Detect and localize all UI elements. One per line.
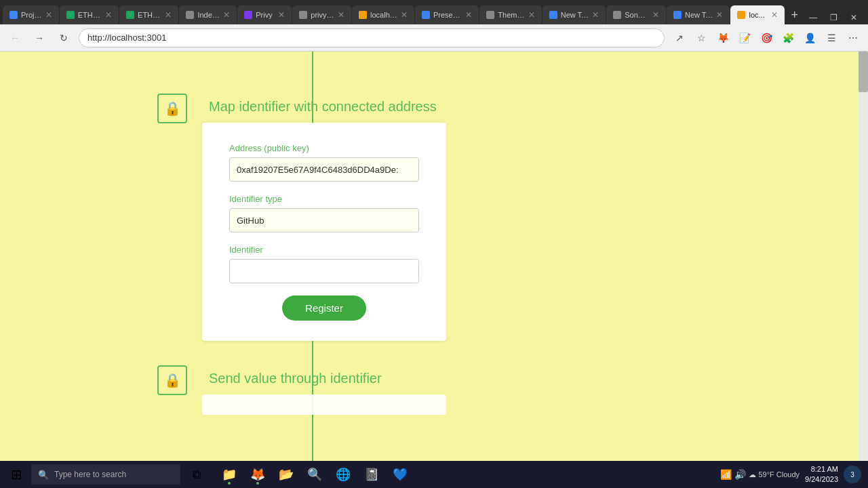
tab-close-btn[interactable]: ✕	[45, 10, 52, 20]
vscode-icon: 💙	[393, 467, 408, 482]
tab-indep[interactable]: IndeP... ✕	[179, 5, 237, 24]
tab-close-btn[interactable]: ✕	[278, 10, 285, 20]
settings-icon[interactable]: ⋯	[844, 28, 863, 47]
search-app-icon: 🔍	[307, 467, 322, 482]
tab-ethglo-2[interactable]: ETHGlo ✕	[119, 5, 178, 24]
taskbar-app-explorer[interactable]: 📂	[273, 462, 300, 487]
address-bar: ← → ↻ ↗ ☆ 🦊 📝 🎯 🧩 👤 ☰ ⋯	[0, 24, 868, 52]
lock-icon: 🔒	[164, 100, 181, 117]
taskbar-clock[interactable]: 8:21 AM 9/24/2023	[805, 464, 838, 485]
taskbar-right: 📶 🔊 ☁ 59°F Cloudy 8:21 AM 9/24/2023 3	[720, 464, 864, 485]
weather-widget[interactable]: ☁ 59°F Cloudy	[749, 470, 800, 479]
tab-presets[interactable]: Presets... ✕	[415, 5, 479, 24]
task-view-icon: ⧉	[193, 468, 201, 482]
url-input[interactable]	[79, 28, 665, 47]
taskbar-app-chrome[interactable]: 🌐	[330, 462, 357, 487]
taskbar-search[interactable]: 🔍 Type here to search	[31, 464, 180, 485]
tab-privy[interactable]: Privy ✕	[237, 5, 292, 24]
tab-close-btn[interactable]: ✕	[338, 10, 344, 20]
browser-window: Project ✕ ETHGlo ✕ ETHGlo ✕ IndeP... ✕ P…	[0, 0, 868, 488]
toolbar-icons: ↗ ☆ 🦊 📝 🎯 🧩 👤 ☰ ⋯	[670, 28, 863, 47]
map-identifier-section: 🔒 Map identifier with connected address …	[129, 92, 739, 341]
taskbar-app-firefox[interactable]: 🦊	[244, 462, 271, 487]
identifier-label: Identifier	[229, 245, 419, 255]
identifier-type-form-group: Identifier type	[229, 194, 419, 232]
tab-close-btn[interactable]: ✕	[105, 10, 112, 20]
reload-button[interactable]: ↻	[54, 28, 73, 47]
tab-close-btn[interactable]: ✕	[592, 10, 599, 20]
forward-button[interactable]: →	[30, 28, 49, 47]
taskbar-app-search[interactable]: 🔍	[301, 462, 328, 487]
tab-label: ETHGlo	[78, 11, 102, 19]
sidebar-toggle[interactable]: ☰	[822, 28, 841, 47]
tab-privy-i[interactable]: privy-i... ✕	[292, 5, 351, 24]
system-tray: 📶 🔊 ☁ 59°F Cloudy	[720, 469, 800, 480]
profile-icon[interactable]: 👤	[800, 28, 819, 47]
tab-favicon	[422, 11, 430, 19]
identifier-input[interactable]	[229, 259, 419, 283]
back-button[interactable]: ←	[5, 28, 24, 47]
tab-favicon	[126, 11, 134, 19]
tab-close-btn[interactable]: ✕	[652, 10, 659, 20]
notification-bell[interactable]: 3	[844, 466, 861, 483]
taskbar-apps: 📁 🦊 📂 🔍 🌐 📓 💙	[216, 462, 414, 487]
section-title: Map identifier with connected address	[202, 92, 437, 115]
tab-bar: Project ✕ ETHGlo ✕ ETHGlo ✕ IndeP... ✕ P…	[0, 0, 868, 24]
tab-newtab-1[interactable]: New Ta... ✕	[542, 5, 606, 24]
bookmark-icon[interactable]: ☆	[692, 28, 711, 47]
tab-close-btn[interactable]: ✕	[401, 10, 408, 20]
scroll-indicator[interactable]	[859, 52, 868, 461]
extension-icon-3[interactable]: 🎯	[757, 28, 776, 47]
identifier-type-input[interactable]	[229, 208, 419, 232]
tab-close-btn[interactable]: ✕	[716, 10, 723, 20]
start-button[interactable]: ⊞	[4, 464, 28, 485]
window-restore-btn[interactable]: ❐	[825, 11, 842, 24]
taskbar-app-notion[interactable]: 📓	[358, 462, 385, 487]
tab-close-btn[interactable]: ✕	[465, 10, 472, 20]
share-icon[interactable]: ↗	[670, 28, 689, 47]
extension-icon-1[interactable]: 🦊	[713, 28, 732, 47]
tab-label: Sonny...	[625, 11, 649, 19]
window-close-btn[interactable]: ✕	[845, 11, 863, 24]
task-view-button[interactable]: ⧉	[183, 462, 210, 487]
tab-close-btn[interactable]: ✕	[223, 10, 230, 20]
search-placeholder-text: Type here to search	[54, 470, 126, 479]
section-content: Map identifier with connected address Ad…	[202, 92, 739, 341]
tab-close-btn[interactable]: ✕	[165, 10, 172, 20]
taskbar: ⊞ 🔍 Type here to search ⧉ 📁 🦊 📂 🔍	[0, 461, 868, 488]
extension-icon-4[interactable]: 🧩	[778, 28, 797, 47]
tab-close-btn[interactable]: ✕	[528, 10, 535, 20]
address-label: Address (public key)	[229, 143, 419, 153]
tab-localhost[interactable]: localho... ✕	[352, 5, 414, 24]
volume-icon[interactable]: 🔊	[734, 469, 746, 480]
extension-icon-2[interactable]: 📝	[735, 28, 754, 47]
tab-label: localho...	[370, 11, 397, 19]
window-minimize-btn[interactable]: —	[804, 11, 822, 24]
tab-ethglo-1[interactable]: ETHGlo ✕	[60, 5, 119, 24]
weather-icon: ☁	[749, 470, 756, 479]
tab-favicon	[299, 11, 307, 19]
tab-label: Presets...	[433, 11, 462, 19]
tab-favicon	[737, 11, 745, 19]
tab-loc-active[interactable]: loc... ✕	[730, 5, 785, 24]
weather-text: 59°F Cloudy	[758, 470, 800, 479]
lock-icon-2: 🔒	[164, 372, 181, 388]
tab-close-btn[interactable]: ✕	[771, 10, 778, 20]
taskbar-app-vscode[interactable]: 💙	[387, 462, 414, 487]
scroll-thumb[interactable]	[859, 52, 868, 92]
new-tab-button[interactable]: +	[785, 5, 804, 24]
tab-theme[interactable]: Theme... ✕	[479, 5, 541, 24]
tab-favicon	[359, 11, 367, 19]
register-button[interactable]: Register	[282, 296, 366, 321]
address-input[interactable]	[229, 157, 419, 182]
tab-favicon	[186, 11, 194, 19]
tab-sonny[interactable]: Sonny... ✕	[606, 5, 666, 24]
notification-count: 3	[850, 471, 854, 479]
explorer-icon: 📂	[279, 467, 294, 482]
identifier-type-label: Identifier type	[229, 194, 419, 204]
tab-newtab-2[interactable]: New Ta... ✕	[667, 5, 730, 24]
network-icon[interactable]: 📶	[720, 469, 732, 480]
tab-projects[interactable]: Project ✕	[3, 5, 59, 24]
lock-icon-box-2: 🔒	[157, 365, 187, 395]
taskbar-app-files[interactable]: 📁	[216, 462, 243, 487]
